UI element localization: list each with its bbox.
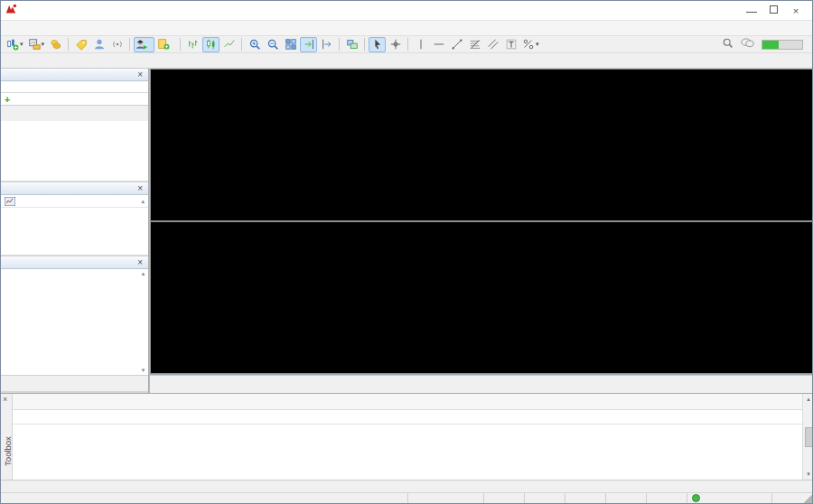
chart-window-eurusd: [150, 221, 813, 374]
navigator-header: ×: [1, 257, 148, 269]
status-cell: [525, 493, 565, 503]
toolbox-scrollbar[interactable]: ▴▾: [802, 394, 813, 480]
chart-tab-bar: [150, 375, 813, 393]
toolbox-tabs: [13, 394, 802, 410]
channel-button[interactable]: [484, 37, 501, 52]
candlestick-chart-button[interactable]: [202, 37, 220, 52]
connection-icon: [692, 494, 700, 502]
data-window-instrument[interactable]: ▴: [1, 195, 148, 208]
search-icon[interactable]: [722, 36, 734, 52]
maximize-icon[interactable]: [770, 5, 778, 14]
navigator-scrollbar[interactable]: ▴▾: [138, 269, 148, 375]
close-icon[interactable]: ×: [790, 5, 801, 16]
scroll-up-icon: ▴: [142, 270, 145, 277]
crosshair-button[interactable]: [387, 37, 404, 52]
bar-chart-button[interactable]: [184, 37, 201, 52]
status-cell: [647, 493, 687, 503]
market-watch-columns: [1, 81, 148, 93]
window-arrange-button[interactable]: [343, 37, 360, 52]
status-profile[interactable]: [408, 493, 484, 503]
timeframe-bar: [1, 53, 812, 69]
profiles-button[interactable]: ▾: [26, 37, 47, 52]
scroll-down-icon: ▾: [807, 471, 810, 478]
market-watch-panel: × +: [1, 69, 148, 182]
navigator-panel: × ▴▾: [1, 257, 148, 393]
market-watch-header: ×: [1, 69, 148, 81]
broadcast-button[interactable]: [108, 37, 126, 52]
toolbox-label: Toolbox: [3, 434, 13, 470]
connection-meter: [762, 40, 803, 50]
menu-bar: [1, 21, 812, 36]
status-cell: [565, 493, 606, 503]
mt5-window: × ▾ ▾ ▾: [0, 0, 813, 504]
shapes-button[interactable]: ▾: [520, 37, 541, 52]
minimize-icon[interactable]: [746, 5, 757, 13]
fibonacci-button[interactable]: [466, 37, 483, 52]
scroll-down-icon: ▾: [142, 367, 145, 374]
data-window-header: ×: [1, 182, 148, 195]
auto-scroll-button[interactable]: [300, 37, 317, 52]
toolbox-close-icon[interactable]: ×: [3, 395, 7, 404]
status-cell: [606, 493, 647, 503]
text-label-button[interactable]: [502, 37, 519, 52]
line-chart-button[interactable]: [220, 37, 238, 52]
market-watch-close-icon[interactable]: ×: [136, 70, 145, 79]
toolbox-strip: × Toolbox: [1, 394, 13, 480]
workspace: × + ×: [1, 69, 813, 393]
new-chart-button[interactable]: ▾: [5, 37, 25, 52]
status-cell: [484, 493, 525, 503]
status-help: [1, 493, 408, 503]
scroll-up-icon: ▴: [807, 396, 810, 403]
vertical-line-button[interactable]: [412, 37, 429, 52]
chart-shift-button[interactable]: [318, 37, 335, 52]
chart-area: [150, 69, 813, 393]
symbols-button[interactable]: [47, 37, 64, 52]
status-bar: [1, 492, 813, 504]
signals-table-header: [13, 410, 802, 425]
left-panels: × + ×: [1, 69, 149, 393]
chart-window-audusd: [150, 69, 813, 221]
autotrading-button[interactable]: [134, 37, 154, 52]
navigator-close-icon[interactable]: ×: [136, 257, 145, 267]
horizontal-line-button[interactable]: [430, 37, 447, 52]
new-order-button[interactable]: [155, 37, 176, 52]
toolbox-bottom-tabs: [1, 480, 813, 492]
add-symbol-row[interactable]: +: [1, 93, 148, 105]
zoom-in-button[interactable]: [246, 37, 263, 52]
data-window-panel: × ▴: [1, 182, 148, 257]
quotes-button[interactable]: [72, 37, 89, 52]
cursor-button[interactable]: [369, 37, 386, 52]
tile-windows-button[interactable]: [282, 37, 299, 52]
zoom-out-button[interactable]: [264, 37, 281, 52]
toolbox-panel: × Toolbox ▴▾: [1, 393, 813, 480]
chat-icon[interactable]: [741, 36, 754, 52]
status-traffic: [687, 493, 772, 503]
data-window-close-icon[interactable]: ×: [136, 183, 145, 193]
community-button[interactable]: [90, 37, 107, 52]
scroll-up-icon[interactable]: ▴: [141, 198, 145, 205]
trendline-button[interactable]: [448, 37, 465, 52]
app-logo-icon: [5, 3, 17, 19]
add-icon: +: [5, 94, 10, 105]
toolbar: ▾ ▾ ▾: [1, 36, 812, 53]
chart-icon: [5, 197, 15, 206]
resize-grip[interactable]: [803, 493, 813, 503]
scroll-thumb: [805, 427, 813, 447]
title-bar: ×: [1, 1, 812, 21]
